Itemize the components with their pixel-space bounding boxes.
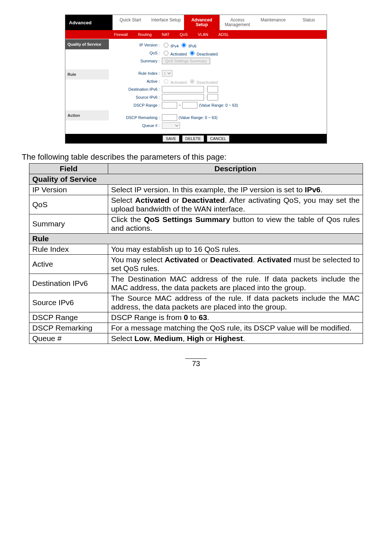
qos-activated-radio[interactable] bbox=[164, 51, 168, 56]
tab-nat[interactable]: NAT bbox=[157, 30, 175, 39]
ipv4-text: IPv4 bbox=[171, 44, 179, 48]
row-dscp-k: DSCP Range bbox=[29, 312, 108, 323]
section-qos: Quality of Service bbox=[29, 174, 363, 185]
save-button[interactable]: SAVE bbox=[163, 135, 180, 142]
row-remark-v: For a message matching the QoS rule, its… bbox=[108, 323, 363, 333]
row-dst-k: Destination IPv6 bbox=[29, 274, 108, 293]
row-summary-v: Click the QoS Settings Summary button to… bbox=[108, 214, 363, 234]
main-nav: Advanced Quick Start Interface Setup Adv… bbox=[65, 15, 327, 30]
active-activated-radio[interactable] bbox=[164, 79, 168, 84]
dscp-range-label: DSCP Range : bbox=[113, 103, 162, 107]
dscp-from-input[interactable] bbox=[162, 102, 177, 108]
row-active-v: You may select Activated or Deactivated.… bbox=[108, 255, 363, 274]
sidebar-qos: Quality of Service bbox=[65, 39, 109, 49]
router-config-screenshot: Advanced Quick Start Interface Setup Adv… bbox=[65, 15, 327, 144]
footer-buttons: SAVE DELETE CANCEL bbox=[65, 134, 327, 143]
tab-firewall[interactable]: Firewall bbox=[109, 30, 133, 39]
row-ruleindex-k: Rule Index bbox=[29, 244, 108, 255]
row-ipversion-v: Select IP version. In this example, the … bbox=[108, 185, 363, 195]
sub-nav: Firewall Routing NAT QoS VLAN ADSL bbox=[65, 30, 327, 39]
col-field: Field bbox=[29, 164, 108, 174]
dscp-remark-label: DSCP Remarking : bbox=[113, 115, 162, 120]
nav-maintenance[interactable]: Maintenance bbox=[255, 15, 291, 30]
dscp-hint: (Value Range: 0 ~ 63) bbox=[197, 103, 238, 107]
dst-ipv6-label: Destination IPv6 : bbox=[113, 87, 162, 91]
row-ipversion-k: IP Version bbox=[29, 185, 108, 195]
col-description: Description bbox=[108, 164, 363, 174]
active-activated-text: Activated bbox=[170, 80, 187, 85]
sidebar-action: Action bbox=[65, 110, 109, 120]
active-deactivated-radio[interactable] bbox=[190, 79, 195, 84]
tab-adsl[interactable]: ADSL bbox=[213, 30, 234, 39]
queue-select[interactable] bbox=[162, 122, 180, 129]
qos-summary-button[interactable]: QoS Settings Summary bbox=[162, 58, 210, 64]
active-label: Active : bbox=[113, 79, 162, 83]
row-dst-v: The Destination MAC address of the rule.… bbox=[108, 274, 363, 293]
dscp-remark-input[interactable] bbox=[162, 114, 177, 121]
ip-version-label: IP Version : bbox=[113, 43, 162, 47]
row-src-k: Source IPv6 bbox=[29, 293, 108, 312]
row-summary-k: Summary bbox=[29, 214, 108, 234]
src-ipv6-prefix-input[interactable] bbox=[207, 94, 218, 100]
row-qos-v: Select Activated or Deactivated. After a… bbox=[108, 195, 363, 214]
page-number: 73 bbox=[185, 358, 207, 368]
row-dscp-v: DSCP Range is from 0 to 63. bbox=[108, 312, 363, 323]
row-queue-k: Queue # bbox=[29, 333, 108, 344]
dst-ipv6-input[interactable] bbox=[162, 86, 204, 93]
dst-ipv6-prefix-input[interactable] bbox=[207, 86, 218, 93]
dscp-to-input[interactable] bbox=[182, 102, 197, 108]
nav-quick-start[interactable]: Quick Start bbox=[113, 15, 148, 30]
rule-index-select[interactable]: 1 bbox=[162, 70, 172, 77]
qos-deactivated-radio[interactable] bbox=[190, 51, 195, 56]
dscp-tilde: ~ bbox=[177, 103, 182, 107]
parameters-table: Field Description Quality of Service IP … bbox=[29, 163, 363, 344]
section-rule: Rule bbox=[29, 234, 363, 244]
tab-routing[interactable]: Routing bbox=[133, 30, 157, 39]
row-src-v: The Source MAC address of the rule. If d… bbox=[108, 293, 363, 312]
src-ipv6-input[interactable] bbox=[162, 94, 204, 100]
tab-vlan[interactable]: VLAN bbox=[193, 30, 213, 39]
active-deactivated-text: Deactivated bbox=[197, 80, 218, 85]
sidebar-rule: Rule bbox=[65, 69, 109, 79]
nav-interface-setup[interactable]: Interface Setup bbox=[148, 15, 184, 30]
lead-paragraph: The following table describes the parame… bbox=[22, 152, 370, 162]
dscp-remark-hint: (Value Range: 0 ~ 63) bbox=[177, 115, 217, 120]
cancel-button[interactable]: CANCEL bbox=[207, 135, 230, 142]
form-area: IP Version : IPv4 IPv6 QoS : Activated bbox=[109, 39, 327, 134]
nav-brand: Advanced bbox=[65, 15, 113, 30]
rule-index-label: Rule Index : bbox=[113, 71, 162, 75]
queue-label: Queue # : bbox=[113, 123, 162, 128]
nav-advanced-setup[interactable]: Advanced Setup bbox=[184, 15, 220, 30]
row-active-k: Active bbox=[29, 255, 108, 274]
nav-access-management[interactable]: Access Management bbox=[220, 15, 255, 30]
src-ipv6-label: Source IPv6 : bbox=[113, 95, 162, 99]
row-queue-v: Select Low, Medium, High or Highest. bbox=[108, 333, 363, 344]
qos-activated-text: Activated bbox=[170, 52, 187, 56]
qos-label: QoS : bbox=[113, 51, 162, 55]
row-qos-k: QoS bbox=[29, 195, 108, 214]
sidebar: Quality of Service Rule Action bbox=[65, 39, 109, 134]
tab-qos[interactable]: QoS bbox=[175, 30, 193, 39]
delete-button[interactable]: DELETE bbox=[182, 135, 204, 142]
row-remark-k: DSCP Remarking bbox=[29, 323, 108, 333]
summary-label: Summary : bbox=[113, 59, 162, 63]
row-ruleindex-v: You may establish up to 16 QoS rules. bbox=[108, 244, 363, 255]
ipv4-radio[interactable] bbox=[164, 43, 168, 48]
ipv6-text: IPv6 bbox=[188, 44, 196, 48]
nav-status[interactable]: Status bbox=[291, 15, 327, 30]
ipv6-radio[interactable] bbox=[181, 43, 186, 48]
qos-deactivated-text: Deactivated bbox=[197, 52, 218, 56]
